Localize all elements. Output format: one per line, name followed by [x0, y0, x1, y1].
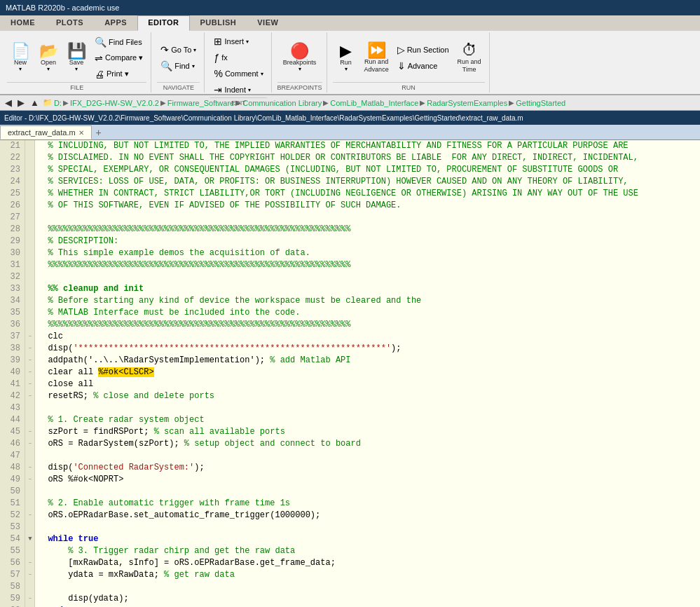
- find-arrow: ▾: [192, 63, 195, 69]
- insert-icon: ⊞: [214, 36, 222, 47]
- indent-arrow: ▾: [248, 87, 251, 93]
- code-line: [38, 402, 697, 414]
- indent-button[interactable]: ⇥ Indent ▾: [210, 82, 266, 97]
- run-time-button[interactable]: ⏱ Run andTime: [454, 41, 485, 76]
- code-line: clear all %#ok<CLSCR>: [38, 367, 697, 378]
- goto-button[interactable]: ↷ Go To ▾: [157, 42, 200, 57]
- code-line: while true: [38, 533, 697, 545]
- breakpoints-label: Breakpoints: [283, 59, 317, 67]
- tab-plots[interactable]: PLOTS: [46, 15, 94, 31]
- save-button[interactable]: 💾 Save ▾: [63, 41, 90, 75]
- ribbon-tabs: HOME PLOTS APPS EDITOR PUBLISH VIEW: [0, 15, 700, 31]
- comment-icon: %: [214, 68, 222, 79]
- nav-path-comlib[interactable]: ComLib_Matlab_Interface: [330, 99, 418, 107]
- advance-button[interactable]: ⇓ Advance: [394, 58, 453, 74]
- run-small-buttons: ▷ Run Section ⇓ Advance: [394, 42, 453, 74]
- tab-apps[interactable]: APPS: [94, 15, 137, 31]
- file-tab-extract[interactable]: extract_raw_data.m ✕: [0, 125, 92, 139]
- run-section-label: Run Section: [407, 46, 449, 54]
- navigate-group-content: ↷ Go To ▾ 🔍 Find ▾: [157, 34, 200, 82]
- run-section-icon: ▷: [397, 44, 405, 55]
- find-files-label: Find Files: [109, 38, 142, 46]
- code-line: % OF THIS SOFTWARE, EVEN IF ADVISED OF T…: [38, 200, 697, 212]
- tab-editor[interactable]: EDITOR: [137, 15, 189, 31]
- code-line: [38, 450, 697, 462]
- indent-icon: ⇥: [214, 84, 222, 95]
- code-line: % MATLAB Interface must be included into…: [38, 307, 697, 319]
- new-button[interactable]: 📄 New ▾: [7, 41, 34, 75]
- breakpoints-group: 🔴 Breakpoints ▾ BREAKPOINTS: [273, 32, 327, 93]
- find-files-button[interactable]: 🔍 Find Files: [91, 34, 146, 50]
- editor-area: 2122232425262728293031323334353637383940…: [0, 140, 700, 607]
- forward-button[interactable]: ▶: [15, 97, 27, 108]
- navigate-buttons: ↷ Go To ▾ 🔍 Find ▾: [157, 42, 200, 74]
- run-time-label: Run andTime: [458, 58, 481, 74]
- code-line: % 3. Trigger radar chirp and get the raw…: [38, 545, 697, 557]
- new-label: New: [14, 59, 27, 67]
- code-line: ydata = mxRawData; % get raw data: [38, 569, 697, 581]
- compare-button[interactable]: ⇌ Compare ▾: [91, 50, 146, 66]
- open-button[interactable]: 📂 Open ▾: [35, 41, 62, 75]
- fx-button[interactable]: ƒ fx: [210, 50, 266, 65]
- code-line: %%%%%%%%%%%%%%%%%%%%%%%%%%%%%%%%%%%%%%%%…: [38, 319, 697, 331]
- goto-label: Go To: [171, 46, 191, 54]
- code-line: szPort = findRSPort; % scan all availabl…: [38, 426, 697, 438]
- navigate-group-label: NAVIGATE: [157, 82, 200, 91]
- insert-button[interactable]: ⊞ Insert ▾: [210, 34, 266, 49]
- print-icon: 🖨: [95, 69, 104, 80]
- tab-publish[interactable]: PUBLISH: [190, 15, 247, 31]
- breakpoints-button[interactable]: 🔴 Breakpoints ▾: [280, 41, 320, 75]
- comment-arrow: ▾: [261, 71, 263, 77]
- add-tab-button[interactable]: +: [92, 125, 106, 139]
- code-line: close all: [38, 378, 697, 390]
- fx-icon: ƒ: [214, 52, 219, 63]
- tab-view[interactable]: VIEW: [247, 15, 289, 31]
- nav-path-firmware[interactable]: Firmware_Software: [167, 99, 234, 107]
- code-line: % Before starting any kind of device the…: [38, 295, 697, 307]
- code-line: oRS = RadarSystem(szPort); % setup objec…: [38, 438, 697, 450]
- find-files-icon: 🔍: [95, 36, 107, 48]
- nav-path-ifx[interactable]: IFX_D2G-HW-SW_V2.0.2: [70, 99, 159, 107]
- title-text: MATLAB R2020b - academic use: [6, 4, 119, 12]
- code-line: %%%%%%%%%%%%%%%%%%%%%%%%%%%%%%%%%%%%%%%%…: [38, 259, 697, 271]
- breakpoints-icon: 🔴: [290, 43, 309, 59]
- nav-path-radar[interactable]: RadarSystemExamples: [427, 99, 507, 107]
- code-line: % 2. Enable automatic trigger with frame…: [38, 498, 697, 510]
- nav-path: D: ▶ IFX_D2G-HW-SW_V2.0.2 ▶ Firmware_Sof…: [54, 99, 697, 107]
- compare-icon: ⇌: [95, 53, 103, 64]
- code-line: disp('Connected RadarSystem:');: [38, 462, 697, 474]
- nav-path-comm[interactable]: Communication Library: [242, 99, 322, 107]
- code-line: % DESCRIPTION:: [38, 236, 697, 247]
- run-section-button[interactable]: ▷ Run Section: [394, 42, 453, 57]
- up-button[interactable]: ▲: [28, 97, 41, 108]
- advance-label: Advance: [408, 62, 438, 70]
- file-group-label: FILE: [7, 82, 146, 91]
- new-icon: 📄: [11, 43, 30, 59]
- comment-button[interactable]: % Comment ▾: [210, 66, 266, 81]
- code-line: %% cleanup and init: [38, 283, 697, 295]
- nav-path-getting[interactable]: GettingStarted: [516, 99, 565, 107]
- run-button[interactable]: ▶ Run ▾: [333, 41, 359, 75]
- find-button[interactable]: 🔍 Find ▾: [157, 58, 200, 74]
- code-line: oRS %#ok<NOPRT>: [38, 474, 697, 486]
- back-button[interactable]: ◀: [3, 97, 14, 108]
- fx-label: fx: [221, 53, 228, 62]
- file-tab-close[interactable]: ✕: [78, 129, 84, 137]
- open-arrow: ▾: [47, 66, 50, 72]
- run-label: Run: [340, 59, 352, 67]
- goto-arrow: ▾: [193, 47, 196, 53]
- code-line: [38, 581, 697, 593]
- navigate-group: ↷ Go To ▾ 🔍 Find ▾ NAVIGATE: [153, 32, 205, 93]
- title-bar: MATLAB R2020b - academic use: [0, 0, 700, 15]
- code-container[interactable]: 2122232425262728293031323334353637383940…: [0, 140, 700, 607]
- nav-path-d[interactable]: D:: [54, 99, 62, 107]
- open-icon: 📂: [39, 43, 58, 59]
- run-advance-button[interactable]: ⏩ Run andAdvance: [361, 41, 392, 76]
- file-tabs: extract_raw_data.m ✕ +: [0, 125, 700, 140]
- edit-buttons: ⊞ Insert ▾ ƒ fx % Comment ▾ ⇥ Indent ▾: [210, 34, 266, 97]
- insert-arrow: ▾: [246, 39, 249, 45]
- file-small-buttons: 🔍 Find Files ⇌ Compare ▾ 🖨 Print ▾: [91, 34, 146, 82]
- tab-home[interactable]: HOME: [0, 15, 46, 31]
- breakpoints-group-label: BREAKPOINTS: [277, 82, 322, 91]
- print-button[interactable]: 🖨 Print ▾: [91, 67, 146, 82]
